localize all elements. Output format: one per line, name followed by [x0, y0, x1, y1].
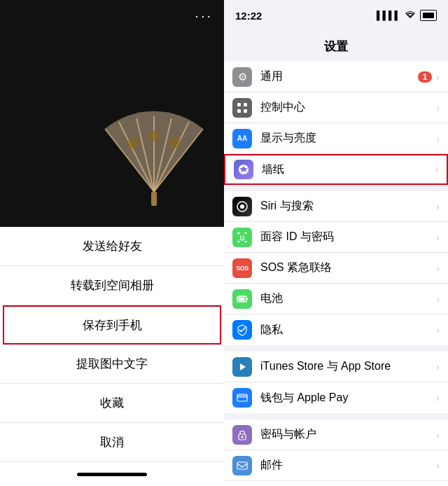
battery-label: 电池: [260, 291, 436, 306]
signal-icon: ▌▌▌▌: [377, 11, 400, 20]
row-battery[interactable]: 电池 ›: [224, 284, 448, 314]
privacy-chevron: ›: [436, 324, 440, 335]
row-display[interactable]: AA 显示与亮度 ›: [224, 123, 448, 154]
row-face-id[interactable]: 面容 ID 与密码 ›: [224, 222, 448, 253]
wallpaper-chevron: ›: [435, 164, 438, 175]
extract-text-item[interactable]: 提取图中文字: [0, 345, 224, 384]
right-status-bar: 12:22 ▌▌▌▌: [224, 0, 448, 31]
section-2: Siri 与搜索 › 面容 ID 与密码 › SOS SOS 紧急联络 › 电池: [224, 191, 448, 345]
svg-rect-13: [237, 109, 241, 113]
send-friend-item[interactable]: 发送给好友: [0, 227, 224, 266]
control-center-label: 控制中心: [260, 100, 436, 115]
section-1: ⚙ 通用 1 › 控制中心 › AA 显示与亮度 › 墙: [224, 62, 448, 185]
svg-rect-14: [244, 109, 247, 113]
row-password[interactable]: 密码与帐户 ›: [224, 419, 448, 450]
svg-rect-17: [237, 232, 240, 234]
send-friend-label: 发送给好友: [83, 238, 142, 254]
battery-chevron: ›: [436, 293, 440, 305]
svg-rect-20: [244, 241, 247, 242]
row-wallet[interactable]: 钱包与 Apple Pay ›: [224, 382, 448, 413]
wallet-icon: [232, 388, 252, 408]
home-bar: [77, 473, 147, 476]
gap-2: [224, 346, 448, 352]
siri-icon: [232, 197, 252, 216]
transfer-album-label: 转载到空间相册: [71, 277, 154, 293]
password-icon: [232, 425, 252, 445]
svg-rect-28: [237, 396, 247, 398]
wifi-icon: [405, 11, 416, 21]
wallpaper-icon: [234, 160, 253, 179]
sos-chevron: ›: [436, 263, 440, 274]
left-status-bar: ···: [0, 0, 224, 31]
itunes-label: iTunes Store 与 App Store: [260, 359, 436, 374]
svg-point-16: [240, 204, 244, 209]
row-itunes[interactable]: iTunes Store 与 App Store ›: [224, 352, 448, 382]
dots-icon: ···: [195, 8, 213, 24]
fan-image: [98, 94, 210, 206]
wallpaper-label: 墙纸: [262, 162, 435, 177]
control-center-icon: [232, 98, 252, 118]
gap-1: [224, 186, 448, 191]
settings-list[interactable]: ⚙ 通用 1 › 控制中心 › AA 显示与亮度 › 墙: [224, 62, 448, 486]
svg-rect-11: [237, 103, 241, 106]
svg-rect-18: [244, 232, 247, 234]
section-3: iTunes Store 与 App Store › 钱包与 Apple Pay…: [224, 352, 448, 413]
privacy-label: 隐私: [260, 323, 436, 338]
general-icon: ⚙: [232, 67, 252, 87]
general-badge: 1: [418, 71, 433, 83]
siri-chevron: ›: [436, 201, 440, 212]
status-time: 12:22: [235, 10, 262, 22]
row-wallpaper[interactable]: 墙纸 ›: [224, 154, 448, 185]
general-label: 通用: [260, 69, 418, 84]
row-general[interactable]: ⚙ 通用 1 ›: [224, 62, 448, 92]
collect-label: 收藏: [100, 395, 124, 411]
transfer-album-item[interactable]: 转载到空间相册: [0, 266, 224, 305]
password-chevron: ›: [436, 429, 440, 440]
svg-rect-32: [237, 462, 247, 469]
display-label: 显示与亮度: [260, 131, 436, 146]
svg-point-9: [169, 137, 181, 148]
row-sos[interactable]: SOS SOS 紧急联络 ›: [224, 253, 448, 284]
extract-text-label: 提取图中文字: [76, 356, 148, 372]
save-phone-item[interactable]: 保存到手机: [3, 305, 221, 345]
siri-label: Siri 与搜索: [260, 199, 436, 214]
display-icon: AA: [232, 129, 252, 148]
svg-point-7: [127, 137, 139, 148]
mail-chevron: ›: [436, 460, 440, 471]
control-center-chevron: ›: [436, 102, 440, 113]
left-panel: ···: [0, 0, 224, 486]
status-icons: ▌▌▌▌: [377, 10, 437, 21]
general-chevron: ›: [436, 71, 440, 83]
mail-label: 邮件: [260, 458, 436, 473]
battery-row-icon: [232, 289, 252, 309]
svg-rect-19: [237, 241, 240, 242]
collect-item[interactable]: 收藏: [0, 384, 224, 423]
gap-3: [224, 414, 448, 419]
sos-label: SOS 紧急联络: [260, 261, 436, 275]
face-id-label: 面容 ID 与密码: [260, 230, 436, 244]
row-privacy[interactable]: 隐私 ›: [224, 314, 448, 345]
settings-title-bar: 设置: [224, 31, 448, 62]
password-label: 密码与帐户: [260, 427, 436, 442]
battery-icon: [420, 10, 437, 21]
wallet-chevron: ›: [436, 392, 440, 403]
row-contacts[interactable]: 通讯录 ›: [224, 481, 448, 486]
row-siri[interactable]: Siri 与搜索 ›: [224, 191, 448, 222]
settings-title: 设置: [324, 39, 348, 55]
save-phone-label: 保存到手机: [83, 317, 142, 333]
display-chevron: ›: [436, 133, 440, 144]
image-area: ···: [0, 0, 224, 227]
cancel-item[interactable]: 取消: [0, 423, 224, 462]
row-control-center[interactable]: 控制中心 ›: [224, 92, 448, 123]
home-indicator: [0, 462, 224, 486]
svg-rect-10: [151, 192, 157, 206]
face-id-chevron: ›: [436, 232, 440, 243]
svg-point-8: [148, 130, 160, 141]
right-panel: 12:22 ▌▌▌▌ 设置 ⚙ 通用 1 ›: [224, 0, 448, 486]
svg-rect-24: [246, 298, 248, 300]
sos-icon: SOS: [232, 258, 252, 278]
action-menu: 发送给好友 转载到空间相册 保存到手机 提取图中文字 收藏 取消: [0, 227, 224, 486]
row-mail[interactable]: 邮件 ›: [224, 450, 448, 481]
svg-marker-26: [240, 363, 246, 370]
svg-rect-25: [239, 297, 245, 300]
